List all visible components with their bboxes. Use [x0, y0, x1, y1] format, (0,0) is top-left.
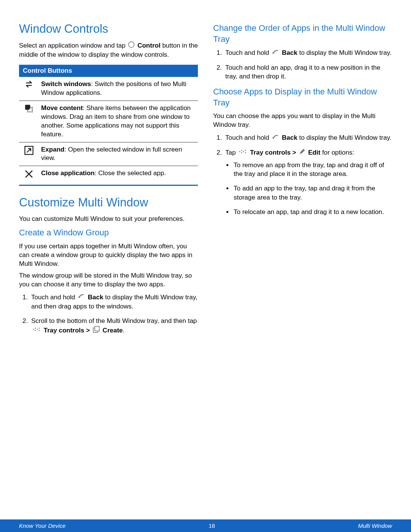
- footer-left: Know Your Device: [19, 522, 65, 529]
- control-buttons-table: Switch windows: Switch the positions of …: [19, 77, 198, 186]
- tray-controls-icon: [32, 326, 41, 335]
- control-label: Control: [137, 42, 160, 49]
- choose-apps-steps: Touch and hold Back to display the Multi…: [213, 133, 392, 216]
- text: to display the Multi Window tray.: [299, 49, 392, 56]
- text: for options:: [322, 149, 354, 156]
- heading-create-group: Create a Window Group: [19, 227, 198, 238]
- move-content-icon: [24, 107, 34, 115]
- control-buttons-header: Control Buttons: [19, 65, 198, 77]
- list-item: To add an app to the tray, tap and drag …: [233, 184, 392, 202]
- footer-right: Multi Window: [358, 522, 392, 529]
- row-text: : Close the selected app.: [95, 169, 166, 177]
- back-label: Back: [282, 134, 298, 141]
- tray-controls-label: Tray controls >: [44, 326, 92, 334]
- row-title: Expand: [41, 146, 64, 153]
- list-item: Touch and hold Back to display the Multi…: [30, 293, 198, 311]
- back-label: Back: [88, 294, 104, 301]
- text: Select an application window and tap: [19, 42, 127, 49]
- create-group-p2: The window group will be stored in the M…: [19, 272, 198, 289]
- table-row: Close application: Close the selected ap…: [19, 166, 198, 185]
- footer-page-number: 18: [209, 522, 215, 529]
- heading-change-order: Change the Order of Apps in the Multi Wi…: [213, 23, 392, 45]
- text: Touch and hold: [225, 49, 271, 56]
- text: Touch and hold: [225, 134, 271, 141]
- heading-customize: Customize Multi Window: [19, 196, 198, 209]
- choose-apps-intro: You can choose the apps you want to disp…: [213, 112, 392, 129]
- control-icon: [128, 41, 135, 51]
- customize-intro: You can customize Multi Window to suit y…: [19, 215, 198, 224]
- text: .: [123, 326, 125, 334]
- page-footer: Know Your Device 18 Multi Window: [0, 519, 411, 532]
- back-icon: [78, 293, 85, 302]
- table-row: Switch windows: Switch the positions of …: [19, 77, 198, 101]
- list-item: Scroll to the bottom of the Multi Window…: [30, 316, 198, 336]
- back-icon: [272, 134, 279, 143]
- heading-choose-apps: Choose Apps to Display in the Multi Wind…: [213, 86, 392, 108]
- text: Scroll to the bottom of the Multi Window…: [31, 317, 197, 324]
- back-icon: [272, 49, 279, 58]
- table-row: Move content: Share items between the ap…: [19, 101, 198, 142]
- close-icon: [24, 173, 34, 181]
- row-title: Switch windows: [41, 80, 91, 88]
- row-title: Move content: [41, 104, 83, 112]
- text: Tap: [225, 149, 237, 156]
- list-item: Touch and hold Back to display the Multi…: [224, 133, 392, 142]
- text: to display the Multi Window tray.: [299, 134, 392, 141]
- window-controls-intro: Select an application window and tap Con…: [19, 41, 198, 59]
- change-order-steps: Touch and hold Back to display the Multi…: [213, 48, 392, 81]
- list-item: To relocate an app, tap and drag it to a…: [233, 208, 392, 217]
- list-item: Touch and hold an app, drag it to a new …: [224, 63, 392, 81]
- table-row: Expand: Open the selected window in full…: [19, 142, 198, 166]
- list-item: To remove an app from the tray, tap and …: [233, 161, 392, 179]
- expand-icon: [24, 150, 34, 157]
- create-group-p1: If you use certain apps together in Mult…: [19, 242, 198, 268]
- tray-controls-icon: [238, 148, 247, 157]
- create-group-steps: Touch and hold Back to display the Multi…: [19, 293, 198, 336]
- right-column: Change the Order of Apps in the Multi Wi…: [213, 19, 392, 519]
- list-item: Touch and hold Back to display the Multi…: [224, 48, 392, 58]
- left-column: Window Controls Select an application wi…: [19, 19, 198, 519]
- back-label: Back: [282, 49, 298, 56]
- text: Touch and hold: [31, 294, 77, 301]
- heading-window-controls: Window Controls: [19, 22, 198, 36]
- row-title: Close application: [41, 169, 95, 177]
- choose-apps-sublist: To remove an app from the tray, tap and …: [225, 161, 392, 217]
- create-icon: [92, 326, 100, 336]
- list-item: Tap Tray controls > Edit for options: To…: [224, 148, 392, 217]
- edit-label: Edit: [308, 149, 320, 156]
- switch-windows-icon: [24, 83, 34, 90]
- create-label: Create: [103, 326, 123, 334]
- tray-controls-label: Tray controls >: [250, 149, 298, 156]
- edit-icon: [299, 148, 306, 158]
